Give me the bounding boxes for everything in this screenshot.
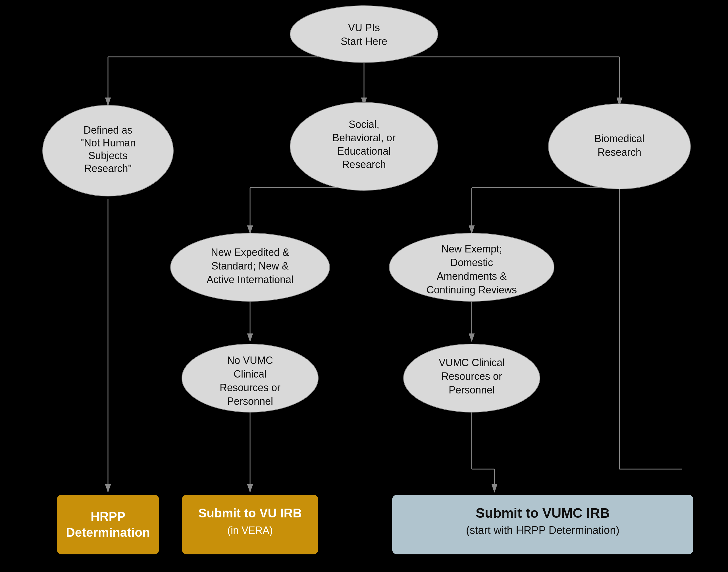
svg-text:New Expedited &: New Expedited & [211,246,289,258]
svg-text:No VUMC: No VUMC [227,355,273,366]
svg-text:Determination: Determination [66,525,150,539]
svg-text:Resources or: Resources or [220,382,280,394]
svg-text:Research: Research [597,146,641,158]
svg-text:(start with HRPP Determination: (start with HRPP Determination) [466,524,620,536]
start-label: VU PIs [348,22,380,33]
svg-text:Amendments &: Amendments & [437,270,507,282]
svg-text:VUMC Clinical: VUMC Clinical [439,357,505,368]
svg-text:Research: Research [342,159,386,170]
svg-text:Standard; New &: Standard; New & [212,260,289,272]
svg-text:Subjects: Subjects [88,150,128,161]
svg-text:(in VERA): (in VERA) [227,524,273,536]
not-human-label: Defined as [84,124,133,136]
hrpp-rect [57,495,159,554]
svg-text:Submit to VUMC IRB: Submit to VUMC IRB [476,505,610,520]
svg-text:HRPP: HRPP [91,509,125,523]
svg-text:Continuing Reviews: Continuing Reviews [426,284,517,296]
svg-text:Submit to VU IRB: Submit to VU IRB [198,506,302,520]
svg-text:Domestic: Domestic [451,257,493,268]
svg-text:Clinical: Clinical [234,368,266,380]
svg-text:Active International: Active International [207,274,294,285]
svg-text:Behavioral, or: Behavioral, or [332,132,396,144]
svg-text:Personnel: Personnel [227,396,273,407]
svg-text:Educational: Educational [337,145,391,157]
svg-text:"Not Human: "Not Human [80,137,136,149]
svg-text:Research": Research" [84,163,132,174]
svg-text:Resources or: Resources or [441,370,502,382]
svg-text:Social,: Social, [349,119,379,130]
svg-text:New Exempt;: New Exempt; [441,243,502,255]
svg-text:Biomedical: Biomedical [594,133,644,144]
start-label2: Start Here [341,35,387,47]
flowchart: VU PIs Start Here Defined as "Not Human … [0,0,728,572]
svg-text:Personnel: Personnel [449,384,495,396]
start-node [290,6,438,63]
